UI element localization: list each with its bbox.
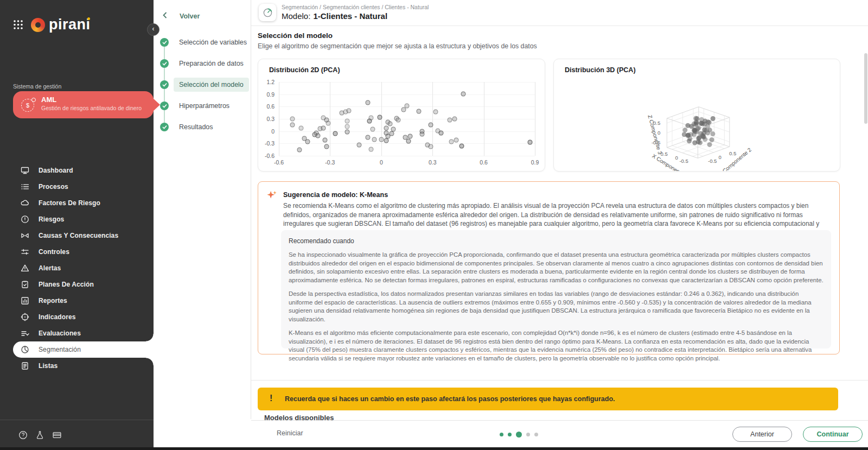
- sliders-icon: [20, 248, 29, 256]
- sidebar-item-segmentacion[interactable]: Segmentación: [13, 341, 154, 358]
- sidebar-item-dashboard[interactable]: Dashboard: [0, 162, 154, 179]
- scatter-point: [438, 131, 443, 136]
- chart-2d-title: Distribución 2D (PCA): [269, 66, 340, 74]
- process-list-icon: [20, 182, 29, 191]
- page-title-name: 1-Clientes - Natural: [313, 11, 387, 21]
- risk-factors-icon: [20, 199, 29, 207]
- y-axis-tick: 1.2: [266, 79, 275, 85]
- back-label: Volver: [180, 12, 200, 20]
- sidebar-item-indicadores[interactable]: Indicadores: [0, 309, 154, 325]
- step-hiperparametros[interactable]: Hiperparámetros: [160, 95, 249, 116]
- logo-row: pirani: [13, 17, 91, 32]
- footer-bar: Reiniciar Anterior Continuar: [251, 420, 868, 448]
- scatter-point: [406, 138, 411, 143]
- sidebar-item-procesos[interactable]: Procesos: [0, 179, 154, 195]
- aml-module-card[interactable]: $ AML Gestión de riesgos antilavado de d…: [13, 91, 154, 118]
- back-button[interactable]: Volver: [163, 12, 200, 20]
- content-divider: [251, 380, 868, 381]
- y-axis-tick: 0.3: [266, 116, 275, 122]
- scatter-point: [433, 110, 438, 115]
- scatter-point: [290, 117, 295, 122]
- scatter-point: [365, 100, 370, 105]
- scatter-point: [384, 125, 389, 130]
- pca-3d-scatter-plot[interactable]: 0.50.50.5000-0.5-0.5-0.5Z Componente 3X …: [554, 59, 840, 171]
- scatter-point: [326, 121, 331, 126]
- chart-card-2d: Distribución 2D (PCA) 1.20.90.60.30-0.3-…: [258, 59, 545, 172]
- card-icon[interactable]: [52, 430, 62, 440]
- app-root: pirani Sistema de gestión $ AML Gestión …: [0, 0, 868, 450]
- page-title-prefix: Modelo:: [282, 11, 310, 21]
- page-dot-3-active[interactable]: [516, 432, 522, 438]
- clipboard-check-icon: [20, 280, 29, 289]
- scatter-point: [371, 126, 375, 131]
- scatter-point: [461, 91, 465, 96]
- scatter-point: [298, 125, 303, 130]
- recommended-paragraph: Desde la perspectiva estadística, los da…: [289, 290, 824, 324]
- step-preparacion-de-datos[interactable]: Preparación de datos: [160, 53, 249, 74]
- help-icon[interactable]: [18, 430, 28, 440]
- system-label: Sistema de gestión: [13, 83, 61, 90]
- continue-button[interactable]: Continuar: [803, 427, 863, 442]
- scatter-point: [290, 123, 295, 128]
- page-dot-2-done[interactable]: [508, 433, 512, 436]
- check-circle-icon: [160, 59, 169, 68]
- pirani-logo-text: pirani: [49, 17, 91, 32]
- x-axis-tick: 0: [380, 159, 383, 166]
- step-seleccion-del-modelo[interactable]: Selección del modelo: [160, 74, 249, 95]
- scatter-point: [459, 143, 464, 148]
- page-title: Modelo:1-Clientes - Natural: [282, 11, 387, 21]
- scatter-point: [377, 115, 382, 119]
- flask-icon[interactable]: [35, 430, 44, 440]
- scatter-point: [405, 103, 410, 108]
- recommended-when-box: Recomendado cuando Se ha inspeccionado v…: [281, 230, 831, 348]
- sidebar-item-factores-de-riesgo[interactable]: Factores De Riesgo: [0, 195, 154, 211]
- check-circle-icon: [160, 123, 169, 131]
- model-pie-icon: [259, 4, 276, 21]
- pca-2d-scatter-plot[interactable]: 1.20.90.60.30-0.3-0.6-0.6-0.300.30.60.9: [279, 82, 535, 156]
- stepper-steps: Selección de variablesPreparación de dat…: [160, 31, 249, 137]
- model-suggestion-card: Sugerencia de modelo: K-Means Se recomie…: [258, 181, 840, 354]
- step-seleccion-de-variables[interactable]: Selección de variables: [160, 31, 249, 53]
- sidebar-item-riesgos[interactable]: Riesgos: [0, 211, 154, 227]
- alert-circle-icon: [20, 215, 29, 224]
- scatter-point: [527, 140, 532, 145]
- reset-button[interactable]: Reiniciar: [277, 429, 303, 437]
- scrollbar-thumb[interactable]: [864, 53, 867, 124]
- sidebar-collapse-button[interactable]: ‹: [147, 23, 159, 36]
- sidebar-item-controles[interactable]: Controles: [0, 244, 154, 260]
- sidebar-item-evaluaciones[interactable]: Evaluaciones: [0, 325, 154, 341]
- sidebar-menu: DashboardProcesosFactores De RiesgoRiesg…: [0, 162, 154, 374]
- checklist-icon: [20, 329, 29, 338]
- page-dot-5-pending[interactable]: [534, 433, 538, 436]
- pirani-logo: pirani: [31, 17, 91, 32]
- page-dot-1-done[interactable]: [500, 433, 503, 436]
- scatter-point: [333, 131, 337, 136]
- scatter-point: [389, 131, 394, 136]
- sidebar-item-causas-y-consecuencias[interactable]: Causas Y Consecuencias: [0, 227, 154, 244]
- y-axis-tick: 0.6: [266, 103, 275, 110]
- scatter-point: [454, 137, 459, 142]
- svg-text:0: 0: [719, 154, 722, 160]
- sidebar-item-planes-de-accion[interactable]: Planes De Acción: [0, 276, 154, 293]
- aml-title: AML: [41, 96, 56, 104]
- step-resultados[interactable]: Resultados: [160, 116, 249, 137]
- scatter-point: [396, 117, 401, 122]
- scatter-point: [420, 131, 425, 136]
- dollar-dashed-circle-icon: $: [21, 99, 34, 112]
- scatter-point: [324, 144, 329, 149]
- header-divider: [251, 26, 868, 26]
- stepper-sidebar: Volver Selección de variablesPreparación…: [154, 0, 251, 419]
- scatter-point: [449, 139, 454, 144]
- suggestion-title: Sugerencia de modelo: K-Means: [283, 191, 388, 199]
- page-dot-4-pending[interactable]: [526, 433, 530, 436]
- sidebar-item-reportes[interactable]: Reportes: [0, 293, 154, 309]
- sidebar-item-listas[interactable]: Listas: [0, 358, 154, 374]
- sidebar-item-alertas[interactable]: Alertas: [0, 260, 154, 276]
- apps-grid-icon[interactable]: [13, 20, 23, 30]
- x-axis-tick: -0.6: [274, 159, 284, 166]
- previous-button[interactable]: Anterior: [732, 427, 792, 442]
- bowtie-icon: [20, 231, 29, 240]
- scatter-point: [321, 126, 326, 131]
- pie-chart-icon: [20, 345, 29, 354]
- scatter-point: [379, 137, 384, 142]
